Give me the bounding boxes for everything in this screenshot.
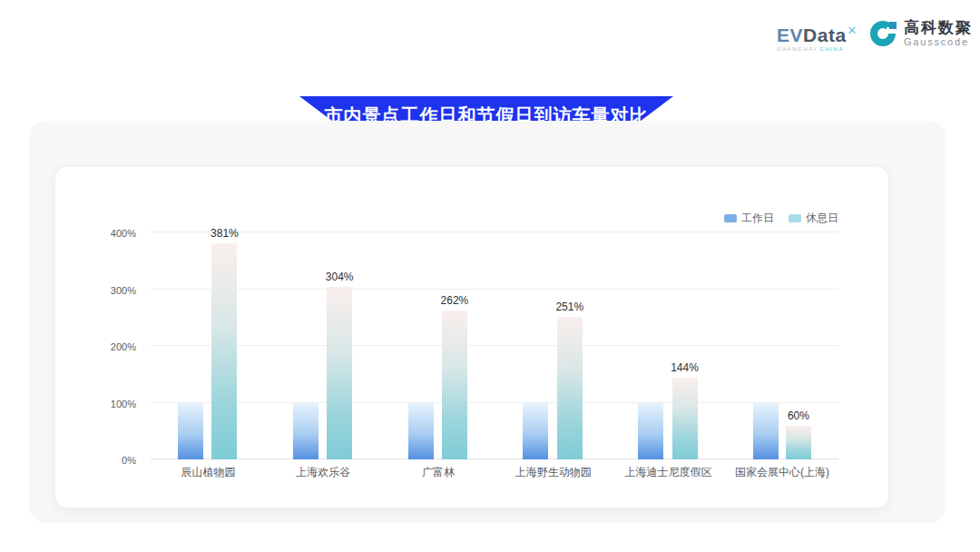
gausscode-g-icon <box>870 20 897 47</box>
bar-workday[interactable] <box>523 403 548 460</box>
bar-restday[interactable] <box>327 287 352 459</box>
gridline <box>151 289 838 290</box>
content-panel: 工作日休息日 0%100%200%300%400% 381%辰山植物园304%上… <box>29 121 946 523</box>
gausscode-en-name: Gausscode <box>904 36 973 47</box>
chart-card: 工作日休息日 0%100%200%300%400% 381%辰山植物园304%上… <box>54 166 889 508</box>
bar-restday[interactable] <box>672 378 698 459</box>
bar-restday[interactable] <box>557 317 583 459</box>
evdata-data-text: Data <box>803 25 847 45</box>
legend-item-restday[interactable]: 休息日 <box>789 211 838 226</box>
gausscode-cn-name: 高科数聚 <box>904 20 973 36</box>
gridline <box>151 232 838 232</box>
bar-group: 381%辰山植物园 <box>178 232 239 459</box>
chart-legend: 工作日休息日 <box>724 211 838 226</box>
legend-label: 工作日 <box>741 211 774 226</box>
value-label: 262% <box>441 294 469 307</box>
bar-workday[interactable] <box>178 403 203 460</box>
y-tick-label: 400% <box>111 228 136 239</box>
category-label: 上海迪士尼度假区 <box>625 465 712 480</box>
category-label: 上海野生动物园 <box>515 465 592 480</box>
bar-chart: 0%100%200%300%400% 381%辰山植物园304%上海欢乐谷262… <box>96 232 838 459</box>
bar-group: 262%广富林 <box>408 232 469 459</box>
evdata-subtext: SHANGHAI CHINA <box>777 46 858 52</box>
value-label: 144% <box>671 361 699 374</box>
y-axis: 0%100%200%300%400% <box>96 232 143 459</box>
bar-group: 304%上海欢乐谷 <box>293 232 354 459</box>
legend-swatch-icon <box>724 214 737 222</box>
bar-restday[interactable] <box>786 426 811 460</box>
header-logos: EVData✕ SHANGHAI CHINA 高科数聚 Gausscode <box>777 20 973 52</box>
legend-swatch-icon <box>789 214 801 222</box>
legend-label: 休息日 <box>806 211 838 226</box>
bar-workday[interactable] <box>638 403 663 460</box>
gausscode-logo: 高科数聚 Gausscode <box>870 20 973 47</box>
category-label: 辰山植物园 <box>181 465 235 480</box>
evdata-ev-text: EV <box>777 25 803 45</box>
bar-workday[interactable] <box>293 403 318 460</box>
x-axis-line <box>151 458 838 459</box>
y-tick-label: 200% <box>111 341 136 352</box>
bar-restday[interactable] <box>442 310 467 459</box>
plot-area: 381%辰山植物园304%上海欢乐谷262%广富林251%上海野生动物园144%… <box>151 232 838 459</box>
value-label: 60% <box>788 409 809 422</box>
page: EVData✕ SHANGHAI CHINA 高科数聚 Gausscode 市内… <box>0 0 980 552</box>
evdata-logo: EVData✕ SHANGHAI CHINA <box>777 20 858 52</box>
y-tick-label: 0% <box>122 455 136 466</box>
y-tick-label: 100% <box>111 399 136 409</box>
value-label: 381% <box>211 227 239 240</box>
bar-workday[interactable] <box>753 403 779 460</box>
y-tick-label: 300% <box>111 285 136 296</box>
bar-group: 251%上海野生动物园 <box>523 232 583 459</box>
value-label: 304% <box>326 271 354 283</box>
legend-item-workday[interactable]: 工作日 <box>724 211 774 226</box>
bar-workday[interactable] <box>408 403 434 460</box>
bar-group: 60%国家会展中心(上海) <box>753 232 811 459</box>
category-label: 上海欢乐谷 <box>296 465 350 480</box>
bar-group: 144%上海迪士尼度假区 <box>638 232 699 459</box>
evdata-wordmark: EVData✕ <box>777 22 858 44</box>
value-label: 251% <box>555 301 583 313</box>
category-label: 广富林 <box>422 465 455 480</box>
evdata-x-icon: ✕ <box>848 24 858 37</box>
category-label: 国家会展中心(上海) <box>735 465 829 480</box>
bar-restday[interactable] <box>211 243 237 459</box>
gridline <box>151 345 838 346</box>
gridline <box>151 402 838 403</box>
